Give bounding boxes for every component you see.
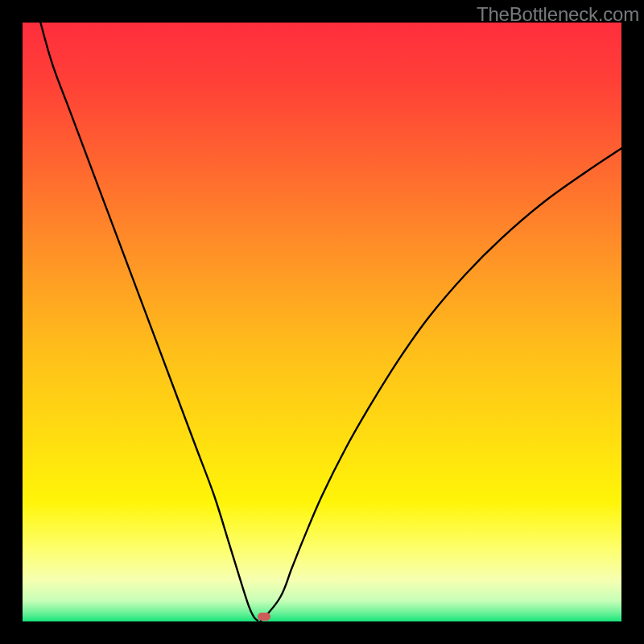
bottleneck-curve [23, 23, 621, 621]
chart-frame: TheBottleneck.com [0, 0, 644, 644]
watermark-text: TheBottleneck.com [477, 3, 639, 26]
optimal-point-marker [258, 613, 270, 621]
plot-area [23, 23, 621, 621]
